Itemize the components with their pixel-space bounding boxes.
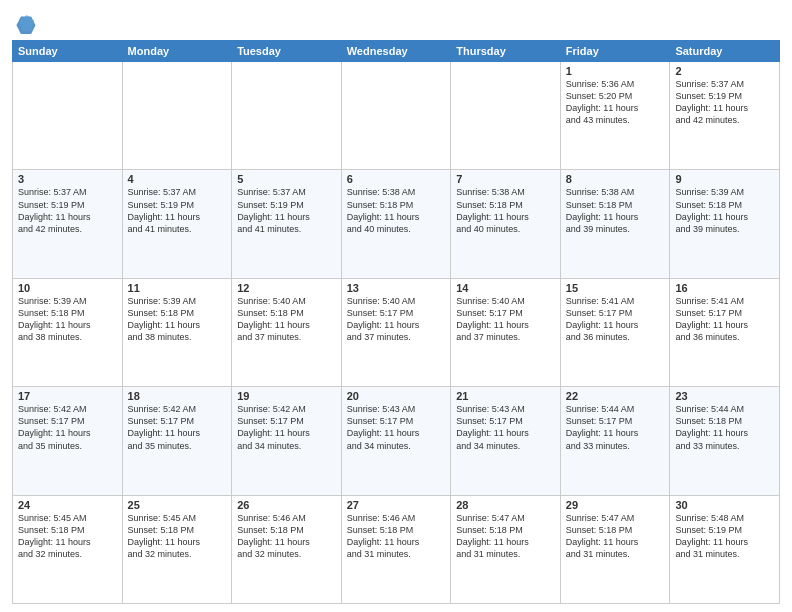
day-number: 18 (128, 390, 227, 402)
day-number: 14 (456, 282, 555, 294)
day-info: Sunrise: 5:46 AMSunset: 5:18 PMDaylight:… (347, 512, 446, 561)
calendar-cell: 28Sunrise: 5:47 AMSunset: 5:18 PMDayligh… (451, 495, 561, 603)
day-info: Sunrise: 5:47 AMSunset: 5:18 PMDaylight:… (566, 512, 665, 561)
day-number: 23 (675, 390, 774, 402)
calendar-cell: 29Sunrise: 5:47 AMSunset: 5:18 PMDayligh… (560, 495, 670, 603)
calendar-cell (13, 62, 123, 170)
logo-area (12, 10, 37, 34)
calendar-cell (232, 62, 342, 170)
day-info: Sunrise: 5:43 AMSunset: 5:17 PMDaylight:… (347, 403, 446, 452)
day-number: 8 (566, 173, 665, 185)
day-number: 30 (675, 499, 774, 511)
calendar-cell: 4Sunrise: 5:37 AMSunset: 5:19 PMDaylight… (122, 170, 232, 278)
day-info: Sunrise: 5:48 AMSunset: 5:19 PMDaylight:… (675, 512, 774, 561)
day-number: 11 (128, 282, 227, 294)
day-info: Sunrise: 5:41 AMSunset: 5:17 PMDaylight:… (566, 295, 665, 344)
day-number: 27 (347, 499, 446, 511)
page: SundayMondayTuesdayWednesdayThursdayFrid… (0, 0, 792, 612)
calendar-cell: 13Sunrise: 5:40 AMSunset: 5:17 PMDayligh… (341, 278, 451, 386)
day-number: 21 (456, 390, 555, 402)
calendar-cell: 12Sunrise: 5:40 AMSunset: 5:18 PMDayligh… (232, 278, 342, 386)
weekday-header-cell: Monday (122, 41, 232, 62)
calendar-cell: 10Sunrise: 5:39 AMSunset: 5:18 PMDayligh… (13, 278, 123, 386)
calendar-cell: 30Sunrise: 5:48 AMSunset: 5:19 PMDayligh… (670, 495, 780, 603)
calendar-week-row: 3Sunrise: 5:37 AMSunset: 5:19 PMDaylight… (13, 170, 780, 278)
calendar-cell: 24Sunrise: 5:45 AMSunset: 5:18 PMDayligh… (13, 495, 123, 603)
calendar-cell: 18Sunrise: 5:42 AMSunset: 5:17 PMDayligh… (122, 387, 232, 495)
day-info: Sunrise: 5:43 AMSunset: 5:17 PMDaylight:… (456, 403, 555, 452)
day-number: 13 (347, 282, 446, 294)
calendar-week-row: 1Sunrise: 5:36 AMSunset: 5:20 PMDaylight… (13, 62, 780, 170)
calendar-week-row: 17Sunrise: 5:42 AMSunset: 5:17 PMDayligh… (13, 387, 780, 495)
day-number: 25 (128, 499, 227, 511)
weekday-header-cell: Tuesday (232, 41, 342, 62)
calendar-cell: 19Sunrise: 5:42 AMSunset: 5:17 PMDayligh… (232, 387, 342, 495)
header (12, 10, 780, 34)
day-info: Sunrise: 5:39 AMSunset: 5:18 PMDaylight:… (128, 295, 227, 344)
weekday-header-cell: Thursday (451, 41, 561, 62)
day-info: Sunrise: 5:37 AMSunset: 5:19 PMDaylight:… (18, 186, 117, 235)
day-number: 5 (237, 173, 336, 185)
day-info: Sunrise: 5:45 AMSunset: 5:18 PMDaylight:… (18, 512, 117, 561)
calendar-week-row: 10Sunrise: 5:39 AMSunset: 5:18 PMDayligh… (13, 278, 780, 386)
day-number: 9 (675, 173, 774, 185)
calendar-cell (122, 62, 232, 170)
day-info: Sunrise: 5:47 AMSunset: 5:18 PMDaylight:… (456, 512, 555, 561)
day-number: 20 (347, 390, 446, 402)
day-info: Sunrise: 5:37 AMSunset: 5:19 PMDaylight:… (237, 186, 336, 235)
day-info: Sunrise: 5:37 AMSunset: 5:19 PMDaylight:… (675, 78, 774, 127)
day-info: Sunrise: 5:38 AMSunset: 5:18 PMDaylight:… (456, 186, 555, 235)
calendar-cell: 26Sunrise: 5:46 AMSunset: 5:18 PMDayligh… (232, 495, 342, 603)
calendar-week-row: 24Sunrise: 5:45 AMSunset: 5:18 PMDayligh… (13, 495, 780, 603)
day-info: Sunrise: 5:38 AMSunset: 5:18 PMDaylight:… (566, 186, 665, 235)
weekday-header-cell: Saturday (670, 41, 780, 62)
calendar-cell: 7Sunrise: 5:38 AMSunset: 5:18 PMDaylight… (451, 170, 561, 278)
logo-icon (15, 12, 37, 34)
day-number: 4 (128, 173, 227, 185)
day-number: 24 (18, 499, 117, 511)
day-number: 16 (675, 282, 774, 294)
day-info: Sunrise: 5:37 AMSunset: 5:19 PMDaylight:… (128, 186, 227, 235)
calendar-cell: 3Sunrise: 5:37 AMSunset: 5:19 PMDaylight… (13, 170, 123, 278)
calendar-cell: 9Sunrise: 5:39 AMSunset: 5:18 PMDaylight… (670, 170, 780, 278)
day-info: Sunrise: 5:45 AMSunset: 5:18 PMDaylight:… (128, 512, 227, 561)
calendar-cell: 23Sunrise: 5:44 AMSunset: 5:18 PMDayligh… (670, 387, 780, 495)
day-info: Sunrise: 5:39 AMSunset: 5:18 PMDaylight:… (18, 295, 117, 344)
calendar-cell: 5Sunrise: 5:37 AMSunset: 5:19 PMDaylight… (232, 170, 342, 278)
day-info: Sunrise: 5:40 AMSunset: 5:17 PMDaylight:… (456, 295, 555, 344)
calendar-cell: 15Sunrise: 5:41 AMSunset: 5:17 PMDayligh… (560, 278, 670, 386)
day-number: 7 (456, 173, 555, 185)
weekday-header-row: SundayMondayTuesdayWednesdayThursdayFrid… (13, 41, 780, 62)
day-info: Sunrise: 5:42 AMSunset: 5:17 PMDaylight:… (18, 403, 117, 452)
calendar-cell: 16Sunrise: 5:41 AMSunset: 5:17 PMDayligh… (670, 278, 780, 386)
calendar-body: 1Sunrise: 5:36 AMSunset: 5:20 PMDaylight… (13, 62, 780, 604)
day-number: 10 (18, 282, 117, 294)
day-info: Sunrise: 5:42 AMSunset: 5:17 PMDaylight:… (128, 403, 227, 452)
calendar-cell: 8Sunrise: 5:38 AMSunset: 5:18 PMDaylight… (560, 170, 670, 278)
calendar-cell: 11Sunrise: 5:39 AMSunset: 5:18 PMDayligh… (122, 278, 232, 386)
calendar-cell: 27Sunrise: 5:46 AMSunset: 5:18 PMDayligh… (341, 495, 451, 603)
day-info: Sunrise: 5:42 AMSunset: 5:17 PMDaylight:… (237, 403, 336, 452)
day-info: Sunrise: 5:41 AMSunset: 5:17 PMDaylight:… (675, 295, 774, 344)
day-number: 29 (566, 499, 665, 511)
day-number: 2 (675, 65, 774, 77)
calendar-cell: 14Sunrise: 5:40 AMSunset: 5:17 PMDayligh… (451, 278, 561, 386)
day-number: 28 (456, 499, 555, 511)
calendar-cell: 25Sunrise: 5:45 AMSunset: 5:18 PMDayligh… (122, 495, 232, 603)
day-number: 12 (237, 282, 336, 294)
calendar-cell: 22Sunrise: 5:44 AMSunset: 5:17 PMDayligh… (560, 387, 670, 495)
calendar-cell: 2Sunrise: 5:37 AMSunset: 5:19 PMDaylight… (670, 62, 780, 170)
calendar-cell: 6Sunrise: 5:38 AMSunset: 5:18 PMDaylight… (341, 170, 451, 278)
day-info: Sunrise: 5:40 AMSunset: 5:17 PMDaylight:… (347, 295, 446, 344)
weekday-header-cell: Wednesday (341, 41, 451, 62)
calendar-cell (341, 62, 451, 170)
day-info: Sunrise: 5:39 AMSunset: 5:18 PMDaylight:… (675, 186, 774, 235)
day-number: 3 (18, 173, 117, 185)
day-number: 22 (566, 390, 665, 402)
calendar-cell: 21Sunrise: 5:43 AMSunset: 5:17 PMDayligh… (451, 387, 561, 495)
day-number: 26 (237, 499, 336, 511)
calendar-table: SundayMondayTuesdayWednesdayThursdayFrid… (12, 40, 780, 604)
weekday-header-cell: Friday (560, 41, 670, 62)
weekday-header-cell: Sunday (13, 41, 123, 62)
day-number: 19 (237, 390, 336, 402)
